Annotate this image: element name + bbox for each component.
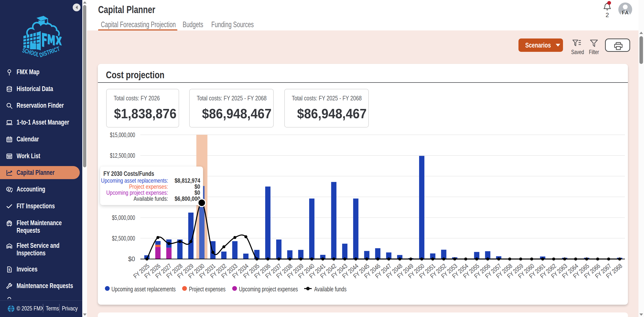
svg-text:$5,000,000: $5,000,000 [112, 214, 135, 221]
svg-text:$0: $0 [128, 255, 135, 262]
svg-text:$12,500,000: $12,500,000 [110, 152, 135, 159]
svg-text:$15,000,000: $15,000,000 [110, 131, 135, 138]
svg-text:$: $ [9, 268, 10, 271]
svg-text:$2,500,000: $2,500,000 [112, 235, 135, 242]
svg-text:DISTRICT: DISTRICT [38, 45, 61, 59]
svg-text:$: $ [8, 188, 9, 191]
